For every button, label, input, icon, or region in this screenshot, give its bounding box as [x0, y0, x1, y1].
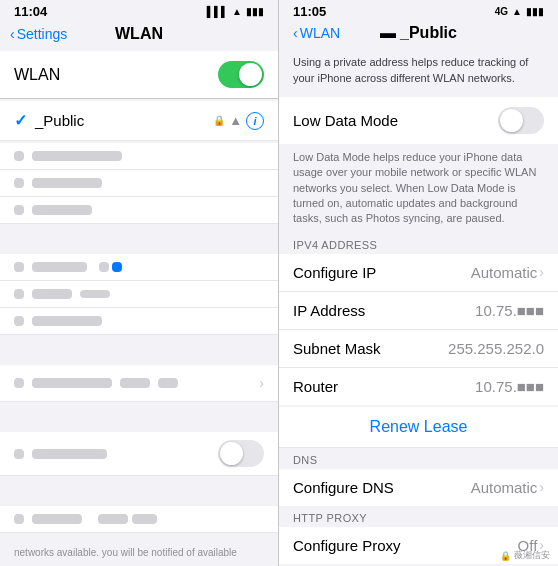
blurred-row-1[interactable]: [0, 143, 278, 170]
wlan-back-button[interactable]: ‹ WLAN: [293, 25, 340, 41]
blurred-row-2[interactable]: [0, 170, 278, 197]
right-status-icons: 4G ▲ ▮▮▮: [495, 6, 544, 17]
more-networks-section: [0, 254, 278, 335]
configure-ip-row[interactable]: Configure IP Automatic ›: [279, 254, 558, 292]
configure-dns-label: Configure DNS: [293, 479, 394, 496]
blur-text-3: [32, 205, 92, 215]
blurred-row-6[interactable]: [0, 308, 278, 335]
4g-icon: 4G: [495, 6, 508, 17]
network-row-left: ✓ _Public: [14, 111, 84, 130]
signal-icon: ▲: [512, 6, 522, 17]
wifi-icon: ▲: [229, 113, 242, 128]
blur-icon-8: [14, 449, 24, 459]
ipv4-header: IPV4 ADDRESS: [279, 235, 558, 254]
right-back-label: WLAN: [300, 25, 340, 41]
ip-address-row[interactable]: IP Address 10.75.■■■: [279, 292, 558, 330]
router-label: Router: [293, 378, 338, 395]
toggle-blurred-row[interactable]: [0, 432, 278, 476]
watermark: 🔒 薇湘信安: [500, 549, 550, 562]
blur-icon-9: [14, 514, 24, 524]
router-row[interactable]: Router 10.75.■■■: [279, 368, 558, 405]
wifi-status-icon: ▲: [232, 6, 242, 17]
right-network-name: _Public: [400, 24, 457, 42]
blur-text-5b: [80, 290, 110, 298]
blur-text-9b: [98, 514, 128, 524]
lock-icon: 🔒: [213, 115, 225, 126]
section-divider-3: [0, 404, 278, 432]
wlan-label: WLAN: [14, 66, 60, 84]
blur-extra-1: [99, 262, 109, 272]
low-data-mode-label: Low Data Mode: [293, 112, 398, 129]
secondary-toggle[interactable]: [218, 440, 264, 467]
left-panel: 11:04 ▌▌▌ ▲ ▮▮▮ ‹ Settings WLAN WLAN ✓ _…: [0, 0, 279, 566]
network-arrow-section: ›: [0, 365, 278, 402]
ip-address-label: IP Address: [293, 302, 365, 319]
connected-network-row[interactable]: ✓ _Public 🔒 ▲ i: [0, 101, 278, 141]
right-status-bar: 11:05 4G ▲ ▮▮▮: [279, 0, 558, 21]
left-time: 11:04: [14, 4, 47, 19]
configure-dns-value: Automatic ›: [471, 479, 544, 496]
subnet-mask-row[interactable]: Subnet Mask 255.255.252.0: [279, 330, 558, 368]
blurred-row-4[interactable]: [0, 254, 278, 281]
right-wrapper: 11:05 4G ▲ ▮▮▮ ‹ WLAN ▬ _Public Using a …: [279, 0, 558, 566]
right-nav-header: ‹ WLAN ▬ _Public: [279, 21, 558, 49]
info-icon[interactable]: i: [246, 112, 264, 130]
blur-text-8: [32, 449, 107, 459]
toggle-row-section: [0, 432, 278, 476]
bottom-note: networks available. you will be notified…: [0, 539, 278, 566]
settings-back-button[interactable]: ‹ Settings: [10, 26, 67, 42]
final-row-section: [0, 506, 278, 533]
configure-dns-arrow: ›: [539, 479, 544, 495]
renew-lease-section: Renew Lease: [279, 407, 558, 448]
blur-text-9c: [132, 514, 157, 524]
blur-text-9: [32, 514, 82, 524]
blurred-row-3[interactable]: [0, 197, 278, 224]
configure-ip-label: Configure IP: [293, 264, 376, 281]
right-time: 11:05: [293, 4, 326, 19]
low-data-mode-description: Low Data Mode helps reduce your iPhone d…: [279, 146, 558, 235]
connected-network-name: _Public: [35, 112, 84, 129]
section-divider-1: [0, 226, 278, 254]
blurred-row-5[interactable]: [0, 281, 278, 308]
configure-dns-row[interactable]: Configure DNS Automatic ›: [279, 469, 558, 506]
network-row-icons: 🔒 ▲ i: [213, 112, 264, 130]
final-blurred-row[interactable]: [0, 506, 278, 533]
ip-address-value: 10.75.■■■: [475, 302, 544, 319]
blur-icon-6: [14, 316, 24, 326]
battery-icon: ▮▮▮: [246, 6, 264, 17]
configure-dns-text: Automatic: [471, 479, 538, 496]
dns-header: DNS: [279, 450, 558, 469]
watermark-icon: 🔒: [500, 551, 511, 561]
blur-icon-3: [14, 205, 24, 215]
blur-text-6: [32, 316, 102, 326]
network-arrow-row[interactable]: ›: [0, 365, 278, 402]
low-data-mode-toggle[interactable]: [498, 107, 544, 134]
wlan-toggle[interactable]: [218, 61, 264, 88]
blur-icon-4: [14, 262, 24, 272]
blur-text-7c: [158, 378, 178, 388]
left-status-bar: 11:04 ▌▌▌ ▲ ▮▮▮: [0, 0, 278, 21]
low-data-mode-row[interactable]: Low Data Mode: [279, 97, 558, 144]
renew-lease-button[interactable]: Renew Lease: [370, 418, 468, 436]
signal-bars-icon: ▌▌▌: [207, 6, 228, 17]
right-panel: 11:05 4G ▲ ▮▮▮ ‹ WLAN ▬ _Public Using a …: [279, 0, 558, 566]
blur-icon-5: [14, 289, 24, 299]
other-network-rows: [0, 143, 278, 224]
blur-text-7b: [120, 378, 150, 388]
ipv4-section: Configure IP Automatic › IP Address 10.7…: [279, 254, 558, 405]
blur-icon-2: [14, 178, 24, 188]
nav-wifi-icon: ▬: [380, 24, 396, 42]
checkmark-icon: ✓: [14, 111, 27, 130]
row-arrow-icon: ›: [259, 375, 264, 391]
battery-right-icon: ▮▮▮: [526, 6, 544, 17]
blur-icon-1: [14, 151, 24, 161]
chevron-left-icon: ‹: [10, 26, 15, 42]
wlan-toggle-row: WLAN: [0, 51, 278, 99]
router-value: 10.75.■■■: [475, 378, 544, 395]
dns-section: Configure DNS Automatic ›: [279, 469, 558, 506]
blur-icon-7: [14, 378, 24, 388]
configure-ip-arrow: ›: [539, 264, 544, 280]
http-proxy-header: HTTP PROXY: [279, 508, 558, 527]
subnet-mask-value: 255.255.252.0: [448, 340, 544, 357]
renew-lease-row[interactable]: Renew Lease: [279, 407, 558, 448]
